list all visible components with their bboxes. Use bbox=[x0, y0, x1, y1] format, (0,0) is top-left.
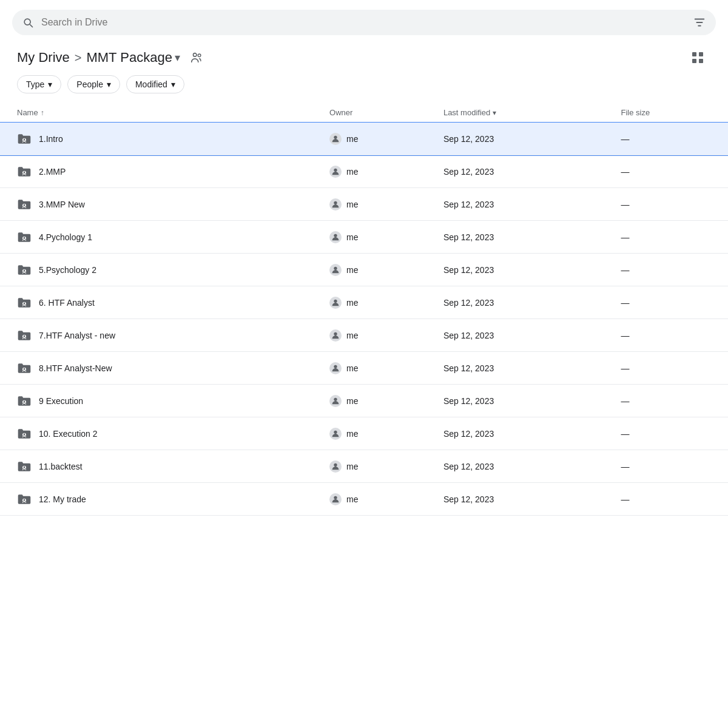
table-row[interactable]: 10. Execution 2 me Sep 12, 2023— bbox=[0, 417, 728, 450]
breadcrumb-mydrive[interactable]: My Drive bbox=[17, 50, 70, 66]
column-header-owner: Owner bbox=[322, 103, 436, 123]
svg-rect-5 bbox=[699, 59, 703, 63]
avatar bbox=[329, 362, 342, 374]
last-modified-date: Sep 12, 2023 bbox=[436, 450, 614, 483]
svg-point-32 bbox=[334, 397, 337, 400]
file-name: 6. HTF Analyst bbox=[39, 298, 95, 308]
shared-folder-icon bbox=[17, 197, 32, 212]
file-size: — bbox=[614, 254, 728, 286]
owner-name: me bbox=[346, 200, 358, 209]
avatar bbox=[329, 264, 342, 276]
last-modified-date: Sep 12, 2023 bbox=[436, 352, 614, 385]
shared-folder-icon bbox=[17, 426, 32, 441]
shared-folder-icon bbox=[17, 263, 32, 277]
last-modified-date: Sep 12, 2023 bbox=[436, 221, 614, 254]
avatar bbox=[329, 133, 342, 145]
owner-name: me bbox=[346, 232, 358, 242]
search-icon bbox=[22, 16, 34, 29]
file-size: — bbox=[614, 385, 728, 417]
modified-filter-button[interactable]: Modified ▾ bbox=[126, 75, 184, 93]
avatar bbox=[329, 231, 342, 243]
column-header-file-size: File size bbox=[614, 103, 728, 123]
last-modified-date: Sep 12, 2023 bbox=[436, 385, 614, 417]
table-row[interactable]: 5.Psychology 2 me Sep 12, 2023— bbox=[0, 254, 728, 286]
file-name: 7.HTF Analyst - new bbox=[39, 331, 115, 340]
shared-with-people-icon[interactable] bbox=[190, 51, 203, 64]
owner-name: me bbox=[346, 363, 358, 373]
file-name: 3.MMP New bbox=[39, 200, 85, 209]
table-row[interactable]: 3.MMP New me Sep 12, 2023— bbox=[0, 188, 728, 221]
people-filter-button[interactable]: People ▾ bbox=[67, 75, 120, 93]
shared-folder-icon bbox=[17, 459, 32, 474]
table-row[interactable]: 11.backtest me Sep 12, 2023— bbox=[0, 450, 728, 483]
svg-rect-2 bbox=[692, 52, 696, 56]
file-size: — bbox=[614, 417, 728, 450]
file-size: — bbox=[614, 286, 728, 319]
sort-desc-icon: ▾ bbox=[493, 109, 496, 117]
file-size: — bbox=[614, 155, 728, 188]
table-row[interactable]: 4.Pychology 1 me Sep 12, 2023— bbox=[0, 221, 728, 254]
table-row[interactable]: 6. HTF Analyst me Sep 12, 2023— bbox=[0, 286, 728, 319]
file-name: 11.backtest bbox=[39, 462, 83, 471]
file-size: — bbox=[614, 352, 728, 385]
shared-folder-icon bbox=[17, 394, 32, 408]
svg-point-11 bbox=[334, 168, 337, 171]
avatar bbox=[329, 329, 342, 342]
avatar bbox=[329, 493, 342, 505]
avatar bbox=[329, 460, 342, 473]
shared-folder-icon bbox=[17, 132, 32, 146]
svg-point-0 bbox=[193, 53, 197, 57]
sort-asc-icon: ↑ bbox=[41, 109, 44, 117]
type-filter-button[interactable]: Type ▾ bbox=[17, 75, 61, 93]
file-size: — bbox=[614, 221, 728, 254]
svg-rect-3 bbox=[699, 52, 703, 56]
avatar bbox=[329, 428, 342, 440]
file-name: 2.MMP bbox=[39, 167, 66, 177]
filter-sliders-icon[interactable] bbox=[693, 16, 706, 29]
file-name: 9 Execution bbox=[39, 396, 83, 406]
svg-point-35 bbox=[334, 430, 337, 433]
search-input[interactable] bbox=[41, 17, 693, 28]
file-name: 4.Pychology 1 bbox=[39, 232, 92, 242]
owner-name: me bbox=[346, 494, 358, 504]
column-header-name[interactable]: Name ↑ bbox=[0, 103, 322, 123]
svg-point-23 bbox=[334, 299, 337, 302]
table-row[interactable]: 1.Intro me Sep 12, 2023— bbox=[0, 123, 728, 155]
chevron-down-icon: ▾ bbox=[171, 79, 175, 89]
owner-name: me bbox=[346, 429, 358, 439]
last-modified-date: Sep 12, 2023 bbox=[436, 188, 614, 221]
table-row[interactable]: 12. My trade me Sep 12, 2023— bbox=[0, 483, 728, 516]
owner-name: me bbox=[346, 265, 358, 275]
svg-point-20 bbox=[334, 266, 337, 269]
shared-folder-icon bbox=[17, 230, 32, 244]
owner-name: me bbox=[346, 462, 358, 471]
file-size: — bbox=[614, 450, 728, 483]
file-name: 12. My trade bbox=[39, 494, 86, 504]
chevron-down-icon: ▾ bbox=[175, 51, 180, 64]
svg-point-8 bbox=[334, 135, 337, 138]
shared-folder-icon bbox=[17, 164, 32, 179]
svg-point-14 bbox=[334, 201, 337, 204]
breadcrumb-current-folder[interactable]: MMT Package ▾ bbox=[86, 50, 180, 66]
last-modified-date: Sep 12, 2023 bbox=[436, 123, 614, 155]
table-row[interactable]: 8.HTF Analyst-New me Sep 12, 2023— bbox=[0, 352, 728, 385]
column-header-last-modified[interactable]: Last modified ▾ bbox=[436, 103, 614, 123]
breadcrumb-separator: > bbox=[75, 51, 82, 65]
table-row[interactable]: 2.MMP me Sep 12, 2023— bbox=[0, 155, 728, 188]
table-row[interactable]: 9 Execution me Sep 12, 2023— bbox=[0, 385, 728, 417]
file-name: 8.HTF Analyst-New bbox=[39, 363, 112, 373]
grid-view-icon[interactable] bbox=[690, 50, 705, 65]
search-bar bbox=[12, 10, 716, 35]
owner-name: me bbox=[346, 298, 358, 308]
table-row[interactable]: 7.HTF Analyst - new me Sep 12, 2023— bbox=[0, 319, 728, 352]
owner-name: me bbox=[346, 134, 358, 144]
svg-point-38 bbox=[334, 463, 337, 466]
file-size: — bbox=[614, 188, 728, 221]
shared-folder-icon bbox=[17, 328, 32, 343]
last-modified-date: Sep 12, 2023 bbox=[436, 254, 614, 286]
svg-point-29 bbox=[334, 365, 337, 368]
svg-point-1 bbox=[198, 54, 201, 57]
file-name: 1.Intro bbox=[39, 134, 63, 144]
chevron-down-icon: ▾ bbox=[107, 79, 111, 89]
file-size: — bbox=[614, 123, 728, 155]
